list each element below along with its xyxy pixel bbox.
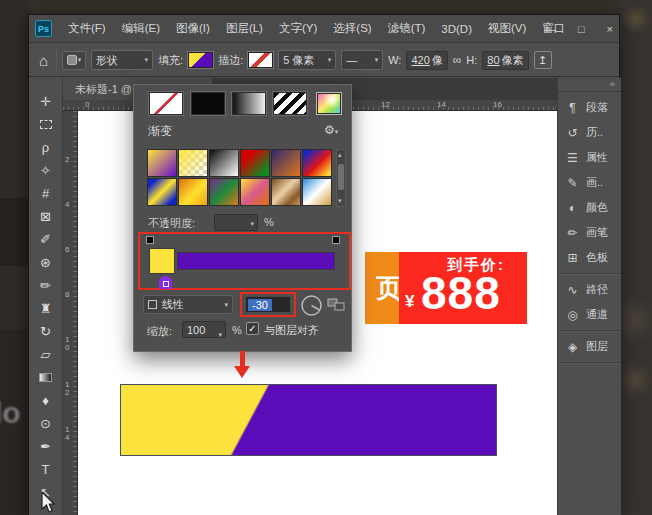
gradient-style-select[interactable]: 线性 ▾ xyxy=(143,295,233,314)
no-color-button[interactable] xyxy=(149,92,183,115)
minimize-button[interactable]: — xyxy=(545,23,556,35)
type-tool[interactable]: T xyxy=(34,458,58,480)
angle-dial[interactable] xyxy=(300,294,323,321)
ruler-number: 2 xyxy=(65,156,73,164)
panel-tab-paths[interactable]: ∿路径 xyxy=(558,277,621,302)
paragraph-label: 段落 xyxy=(586,100,608,115)
menu-item-2[interactable]: 编辑(E) xyxy=(114,21,168,36)
color-picker-button[interactable] xyxy=(317,93,341,114)
fill-color-swatch[interactable] xyxy=(188,52,213,68)
stroke-width-select[interactable]: 5 像素▾ xyxy=(278,50,336,70)
gradient-swatch-yellow-pink-orange[interactable] xyxy=(240,178,270,206)
scrollbar-thumb[interactable] xyxy=(338,164,344,190)
options-bar: ⌂ ▾ 形状▾ 填充: 描边: 5 像素▾ —▾ W: 420像 ∞ H: 80… xyxy=(29,44,619,77)
scroll-up-icon[interactable]: ▴ xyxy=(338,151,342,159)
menu-item-6[interactable]: 选择(S) xyxy=(325,21,379,36)
healing-brush-tool[interactable]: ⊛ xyxy=(34,251,58,273)
marquee-tool[interactable] xyxy=(34,113,58,135)
home-icon[interactable]: ⌂ xyxy=(36,52,51,69)
banner-red-area: 到手价: ¥ 888 xyxy=(399,252,527,324)
tool-mode-select[interactable]: 形状▾ xyxy=(91,50,153,70)
gradient-swatch-blue-yellow-blue[interactable] xyxy=(147,178,177,206)
solid-color-button[interactable] xyxy=(191,92,225,115)
rectangle-preset-icon xyxy=(67,55,77,65)
panel-tab-paragraph[interactable]: ¶段落 xyxy=(558,95,621,120)
gradient-swatch-red-green[interactable] xyxy=(240,149,270,177)
chevron-down-icon: ▾ xyxy=(78,56,82,64)
menu-item-3[interactable]: 图像(I) xyxy=(168,21,218,36)
panel-tab-history[interactable]: ↺历.. xyxy=(558,120,621,145)
menu-item-8[interactable]: 3D(D) xyxy=(433,23,480,35)
menu-item-5[interactable]: 文字(Y) xyxy=(271,21,325,36)
blur-tool[interactable]: ♦ xyxy=(34,389,58,411)
opacity-stop-left[interactable] xyxy=(146,236,154,244)
brush-tool[interactable]: ✏ xyxy=(34,274,58,296)
opacity-stop-right[interactable] xyxy=(332,236,340,244)
dodge-tool[interactable]: ⊙ xyxy=(34,412,58,434)
panel-tab-channels[interactable]: ◎通道 xyxy=(558,302,621,327)
angle-value: -30 xyxy=(248,299,272,311)
height-field[interactable]: 80像素 xyxy=(482,51,528,70)
gradient-start-swatch[interactable] xyxy=(149,248,175,274)
gradient-shape xyxy=(120,384,497,456)
gradient-swatch-black-white[interactable] xyxy=(209,149,239,177)
gear-icon[interactable]: ⚙▾ xyxy=(324,123,338,137)
menu-item-1[interactable]: 文件(F) xyxy=(60,21,114,36)
history-brush-tool[interactable]: ↻ xyxy=(34,320,58,342)
gradient-preview-bar[interactable] xyxy=(177,252,335,270)
reverse-gradient-icon[interactable] xyxy=(327,297,346,316)
clone-stamp-tool[interactable]: ♜ xyxy=(34,297,58,319)
gradient-tool[interactable] xyxy=(34,366,58,388)
scroll-down-icon[interactable]: ▾ xyxy=(338,197,342,205)
close-button[interactable]: × xyxy=(607,23,613,35)
menu-item-7[interactable]: 滤镜(T) xyxy=(380,21,434,36)
align-with-layer-checkbox[interactable]: ✓ xyxy=(246,322,259,335)
pen-tool[interactable]: ✒ xyxy=(34,435,58,457)
eraser-tool[interactable]: ▱ xyxy=(34,343,58,365)
divider xyxy=(56,49,57,71)
panel-tab-brush-settings[interactable]: ✎画.. xyxy=(558,170,621,195)
panel-dock: « ¶段落↺历..☰属性✎画..◐颜色✏画笔⊞色板∿路径◎通道◈图层 xyxy=(557,78,621,515)
scale-field[interactable]: 100▾ xyxy=(182,321,226,338)
gradient-swatch-yellow-purple[interactable] xyxy=(147,149,177,177)
frame-tool[interactable]: ⊠ xyxy=(34,205,58,227)
panel-tab-swatches[interactable]: ⊞色板 xyxy=(558,245,621,270)
gradient-button[interactable] xyxy=(232,92,266,115)
export-icon[interactable]: ↥ xyxy=(534,51,552,69)
panel-tab-color[interactable]: ◐颜色 xyxy=(558,195,621,220)
lasso-tool[interactable]: ρ xyxy=(34,136,58,158)
tool-preset-button[interactable]: ▾ xyxy=(62,51,86,70)
scrollbar[interactable]: ▴ ▾ xyxy=(336,149,346,207)
panel-tab-properties[interactable]: ☰属性 xyxy=(558,145,621,170)
width-field[interactable]: 420像 xyxy=(406,51,447,70)
move-tool[interactable]: ✛ xyxy=(34,90,58,112)
eyedropper-tool[interactable]: ✐ xyxy=(34,228,58,250)
gradient-swatch-violet-orange[interactable] xyxy=(271,149,301,177)
gradient-swatch-orange-yellow[interactable] xyxy=(178,178,208,206)
menu-item-9[interactable]: 视图(V) xyxy=(480,21,534,36)
stroke-color-swatch[interactable] xyxy=(248,52,273,68)
panel-tab-layers[interactable]: ◈图层 xyxy=(558,334,621,359)
paths-icon: ∿ xyxy=(565,283,580,297)
stroke-style-select[interactable]: —▾ xyxy=(341,50,383,70)
ruler-number: 6 xyxy=(65,246,73,254)
link-dimensions-icon[interactable]: ∞ xyxy=(453,53,462,67)
gradient-swatch-copper[interactable] xyxy=(271,178,301,206)
layers-icon: ◈ xyxy=(565,340,580,354)
menu-item-4[interactable]: 图层(L) xyxy=(218,21,271,36)
gradient-swatch-yellow-transparent[interactable] xyxy=(178,149,208,177)
width-label: W: xyxy=(388,54,401,66)
chevron-down-icon: ▾ xyxy=(375,56,379,64)
layers-label: 图层 xyxy=(586,339,608,354)
gradient-swatch-purple-green-orange[interactable] xyxy=(209,178,239,206)
maximize-button[interactable]: □ xyxy=(578,23,585,35)
pattern-button[interactable] xyxy=(273,92,307,115)
crop-tool[interactable]: # xyxy=(34,182,58,204)
collapse-panels-icon[interactable]: « xyxy=(558,78,621,92)
quick-selection-tool[interactable]: ✧ xyxy=(34,159,58,181)
gradient-swatch-blue-white-gold[interactable] xyxy=(302,178,332,206)
angle-field[interactable]: -30 xyxy=(245,296,291,313)
panel-tab-brushes[interactable]: ✏画笔 xyxy=(558,220,621,245)
opacity-field[interactable]: ▾ xyxy=(214,214,258,231)
gradient-swatch-blue-red-yellow[interactable] xyxy=(302,149,332,177)
